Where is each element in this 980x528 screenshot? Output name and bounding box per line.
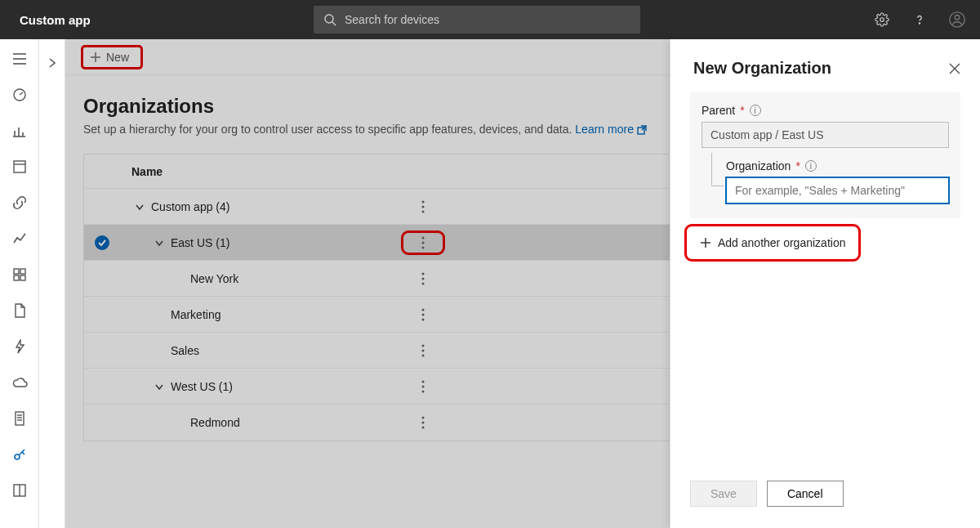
- close-icon[interactable]: [949, 63, 960, 74]
- col-name: Name: [131, 165, 163, 178]
- svg-rect-15: [14, 161, 25, 172]
- row-label: Redmond: [190, 416, 240, 429]
- settings-icon[interactable]: [869, 7, 895, 33]
- svg-point-44: [422, 308, 425, 311]
- flyout-title: New Organization: [693, 59, 831, 78]
- row-label: West US (1): [171, 380, 233, 393]
- search-input[interactable]: [345, 13, 630, 26]
- svg-rect-19: [14, 275, 19, 280]
- svg-point-40: [422, 246, 425, 248]
- barchart-icon[interactable]: [11, 123, 28, 139]
- svg-point-39: [422, 241, 425, 244]
- grid-icon[interactable]: [11, 266, 28, 283]
- search-box[interactable]: [314, 6, 640, 34]
- gauge-icon[interactable]: [11, 87, 28, 103]
- parent-input[interactable]: [702, 122, 949, 148]
- required-marker: *: [740, 104, 744, 117]
- org-label: Organization * i: [726, 159, 949, 172]
- more-icon[interactable]: [407, 416, 439, 429]
- row-label: New York: [190, 272, 238, 285]
- svg-rect-18: [20, 269, 25, 274]
- svg-point-47: [422, 344, 425, 347]
- svg-point-45: [422, 313, 425, 315]
- chevron-down-icon[interactable]: [135, 203, 145, 211]
- required-marker: *: [795, 159, 800, 172]
- svg-point-48: [422, 349, 425, 351]
- new-org-flyout: New Organization Parent * i Organization: [670, 39, 980, 528]
- svg-point-55: [422, 427, 425, 429]
- help-icon[interactable]: [906, 7, 933, 33]
- chevron-right-icon[interactable]: [48, 57, 56, 528]
- doc-icon[interactable]: [11, 410, 28, 427]
- more-icon[interactable]: [407, 308, 439, 321]
- info-icon[interactable]: i: [805, 160, 817, 172]
- panel-icon[interactable]: [11, 482, 28, 499]
- nav-rail: [0, 39, 39, 528]
- svg-point-54: [422, 422, 425, 424]
- svg-point-0: [325, 15, 333, 23]
- collapse-column: [39, 39, 65, 528]
- new-button[interactable]: New: [83, 47, 140, 67]
- svg-point-49: [422, 354, 425, 356]
- svg-rect-17: [14, 269, 19, 274]
- svg-point-52: [422, 390, 425, 392]
- svg-point-42: [422, 277, 425, 280]
- row-label: East US (1): [171, 236, 229, 249]
- svg-marker-21: [16, 340, 24, 353]
- svg-point-2: [880, 18, 884, 22]
- app-icon[interactable]: [11, 159, 28, 175]
- svg-point-37: [422, 210, 425, 213]
- save-button[interactable]: Save: [690, 481, 757, 507]
- more-icon[interactable]: [407, 272, 439, 285]
- page-icon[interactable]: [11, 302, 28, 319]
- svg-rect-22: [16, 412, 24, 425]
- svg-point-43: [422, 282, 425, 284]
- hamburger-icon[interactable]: [11, 51, 28, 67]
- svg-point-38: [422, 236, 425, 239]
- svg-point-50: [422, 380, 425, 383]
- svg-line-10: [20, 92, 23, 95]
- form-block: Parent * i Organization * i: [690, 92, 960, 218]
- chevron-down-icon[interactable]: [154, 239, 164, 247]
- svg-point-36: [422, 205, 425, 208]
- top-bar: Custom app: [0, 0, 980, 39]
- svg-point-3: [919, 23, 920, 24]
- more-icon[interactable]: [407, 380, 439, 393]
- svg-point-53: [422, 417, 425, 419]
- svg-point-35: [422, 200, 425, 203]
- more-icon[interactable]: [407, 236, 439, 249]
- cancel-button[interactable]: Cancel: [767, 481, 844, 507]
- svg-rect-20: [20, 275, 25, 280]
- key-icon[interactable]: [11, 446, 28, 463]
- main-area: New Organizations Set up a hierarchy for…: [65, 39, 980, 528]
- linechart-icon[interactable]: [11, 230, 28, 247]
- svg-point-5: [955, 16, 960, 20]
- more-icon[interactable]: [407, 344, 439, 357]
- more-icon[interactable]: [407, 200, 439, 213]
- search-icon: [323, 13, 336, 26]
- chevron-down-icon[interactable]: [154, 383, 164, 391]
- app-title: Custom app: [10, 13, 304, 27]
- cloud-icon[interactable]: [11, 374, 28, 391]
- svg-line-28: [22, 452, 24, 454]
- link-icon[interactable]: [11, 195, 28, 211]
- bolt-icon[interactable]: [11, 338, 28, 355]
- account-icon[interactable]: [944, 7, 970, 33]
- parent-label: Parent * i: [702, 104, 949, 117]
- new-button-label: New: [106, 51, 129, 64]
- check-icon: [95, 235, 109, 250]
- svg-point-41: [422, 272, 425, 275]
- info-icon[interactable]: i: [750, 105, 761, 116]
- row-label: Sales: [171, 344, 199, 357]
- svg-line-1: [332, 22, 336, 25]
- row-label: Custom app (4): [151, 200, 229, 213]
- row-label: Marketing: [171, 308, 220, 321]
- org-input[interactable]: [726, 177, 949, 204]
- add-another-button[interactable]: Add another organization: [690, 230, 855, 256]
- svg-point-51: [422, 385, 425, 387]
- svg-point-46: [422, 318, 425, 320]
- learn-more-link[interactable]: Learn more: [575, 123, 646, 136]
